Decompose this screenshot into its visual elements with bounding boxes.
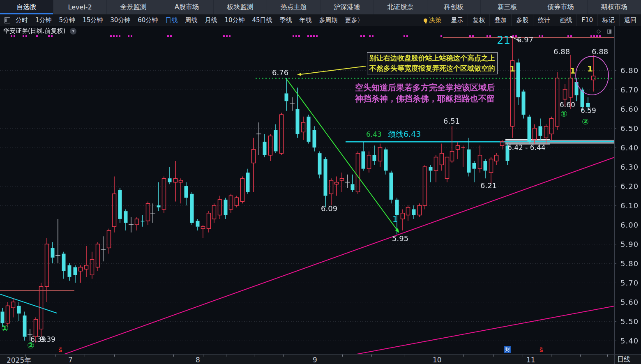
period-toolbar: 分时1分钟5分钟15分钟30分钟60分钟日线周线月线10分钟45日线季线年线多周…: [0, 14, 641, 26]
tool-复权[interactable]: 复权: [468, 14, 489, 26]
tab-沪深港通[interactable]: 沪深港通: [320, 0, 374, 14]
chart-label-6.43: 6.43: [366, 131, 382, 138]
price-tick-6.10: 6.10: [620, 201, 639, 210]
price-tick-5.60: 5.60: [620, 298, 639, 306]
tab-北证股票[interactable]: 北证股票: [374, 0, 427, 14]
chart-label-6.42 - 6.44: 6.42 - 6.44: [507, 144, 546, 151]
chart-overlay: 别让右边收盘股价站上站稳这个高点之上不然多头等宽度报复弄死这个区域做空的 空头知…: [0, 0, 641, 364]
price-tick-5.80: 5.80: [620, 259, 639, 268]
period-日线[interactable]: 日线: [165, 16, 178, 24]
price-tick-6.50: 6.50: [620, 124, 639, 133]
chart-label-6.09: 6.09: [321, 205, 337, 212]
tab-新三板[interactable]: 新三板: [481, 0, 534, 14]
chart-label-6.60: 6.60: [560, 101, 575, 108]
sell-flag-icon: ŝ: [59, 346, 62, 354]
chart-label-颈线6.43: 颈线6.43: [388, 130, 421, 138]
period-周线[interactable]: 周线: [185, 16, 197, 24]
period-30分钟[interactable]: 30分钟: [110, 16, 130, 24]
period-60分钟[interactable]: 60分钟: [138, 16, 158, 24]
time-axis: 日线 2025年7891011: [0, 354, 641, 364]
price-axis: 6.806.706.606.506.406.306.206.106.005.90…: [614, 26, 641, 354]
layout-icon[interactable]: [4, 17, 10, 23]
period-45日线[interactable]: 45日线: [252, 16, 272, 24]
time-tick: [313, 355, 313, 357]
time-tick: [226, 355, 226, 357]
tool-返回[interactable]: 返回: [619, 14, 641, 26]
period-15分钟[interactable]: 15分钟: [83, 16, 103, 24]
price-tick-6.40: 6.40: [620, 143, 639, 152]
time-label-2025年: 2025年: [7, 356, 31, 364]
time-tick: [144, 355, 144, 357]
time-tick: [25, 355, 26, 357]
tab-自选股[interactable]: 自选股: [0, 0, 53, 14]
tab-债券市场[interactable]: 债券市场: [534, 0, 588, 14]
pane-split-icon[interactable]: ◨: [607, 28, 612, 34]
diamond-icon[interactable]: ◇: [597, 28, 601, 34]
app-window: 别让右边收盘股价站上站稳这个高点之上不然多头等宽度报复弄死这个区域做空的 空头知…: [0, 0, 641, 364]
tool-统计[interactable]: 统计: [533, 14, 555, 26]
time-tick: [551, 355, 551, 357]
tool-F10[interactable]: F10: [576, 14, 597, 26]
time-tick: [434, 355, 434, 357]
period-10分钟[interactable]: 10分钟: [224, 16, 244, 24]
tab-全景监测[interactable]: 全景监测: [107, 0, 160, 14]
chart-label-21: 21: [497, 35, 510, 46]
time-tick: [55, 355, 55, 357]
chart-label-6.88: 6.88: [553, 48, 570, 55]
tab-板块监测[interactable]: 板块监测: [214, 0, 267, 14]
time-tick: [463, 355, 464, 357]
tab-A股市场[interactable]: A股市场: [160, 0, 214, 14]
chart-label-1: 1: [570, 67, 576, 75]
chart-label-1: 1: [510, 65, 515, 73]
time-tick: [404, 355, 404, 357]
period-buttons: 分时1分钟5分钟15分钟30分钟60分钟日线周线月线10分钟45日线季线年线多周…: [0, 16, 367, 24]
time-tick: [114, 355, 115, 357]
tool-buttons: 决策显示复权叠加多股统计画线F10标记返回: [419, 14, 641, 26]
tool-标记[interactable]: 标记: [597, 14, 619, 26]
time-tick: [580, 355, 581, 357]
tool-画线[interactable]: 画线: [555, 14, 576, 26]
annotation-bears-text: 空头知道后果若多方完全掌控该区域后神挡杀神，佛挡杀佛，耶稣挡路也不留: [355, 82, 495, 104]
price-tick-6.60: 6.60: [620, 105, 639, 113]
chart-label-1: 1: [392, 215, 398, 223]
period-分时[interactable]: 分时: [16, 16, 28, 24]
time-tick: [283, 355, 284, 357]
period-更多〉[interactable]: 更多〉: [345, 16, 364, 24]
tab-Level-2[interactable]: Level-2: [53, 0, 107, 14]
tab-期权市场[interactable]: 期权市场: [588, 0, 641, 14]
chart-label-1: 1: [587, 65, 593, 73]
tool-多股[interactable]: 多股: [511, 14, 533, 26]
time-tick: [523, 355, 523, 357]
price-tick-6.70: 6.70: [620, 85, 639, 94]
period-1分钟[interactable]: 1分钟: [35, 16, 52, 24]
price-tick-5.90: 5.90: [620, 240, 639, 249]
price-tick-5.50: 5.50: [620, 317, 639, 326]
time-tick: [85, 355, 85, 357]
period-季线[interactable]: 季线: [280, 16, 292, 24]
time-tick: [173, 355, 174, 357]
chart-title: 华安证券(日线.前复权): [3, 27, 65, 35]
period-5分钟[interactable]: 5分钟: [59, 16, 76, 24]
axis-separator: [614, 355, 615, 364]
tool-显示[interactable]: 显示: [446, 14, 468, 26]
tool-决策[interactable]: 决策: [419, 14, 446, 26]
tab-科创板[interactable]: 科创板: [427, 0, 481, 14]
sell-flag-icon: ŝ: [540, 346, 543, 354]
time-tick: [203, 355, 203, 357]
chart-label-6.97: 6.97: [517, 36, 533, 44]
price-tick-5.40: 5.40: [620, 336, 639, 345]
price-tick-6.30: 6.30: [620, 163, 639, 171]
chart-label-6.59: 6.59: [581, 107, 596, 114]
tool-叠加[interactable]: 叠加: [489, 14, 511, 26]
news-badge: 财: [504, 346, 511, 353]
tab-热点主题[interactable]: 热点主题: [267, 0, 320, 14]
time-tick: [342, 355, 343, 357]
price-tick-6.00: 6.00: [620, 221, 639, 229]
annotation-warning-box: 别让右边收盘股价站上站稳这个高点之上不然多头等宽度报复弄死这个区域做空的: [367, 52, 498, 74]
period-多周期[interactable]: 多周期: [319, 16, 338, 24]
chart-label-5.95: 5.95: [392, 235, 408, 242]
price-tick-6.80: 6.80: [620, 66, 639, 75]
time-label-11: 11: [526, 356, 535, 364]
period-月线[interactable]: 月线: [205, 16, 217, 24]
period-年线[interactable]: 年线: [300, 16, 312, 24]
